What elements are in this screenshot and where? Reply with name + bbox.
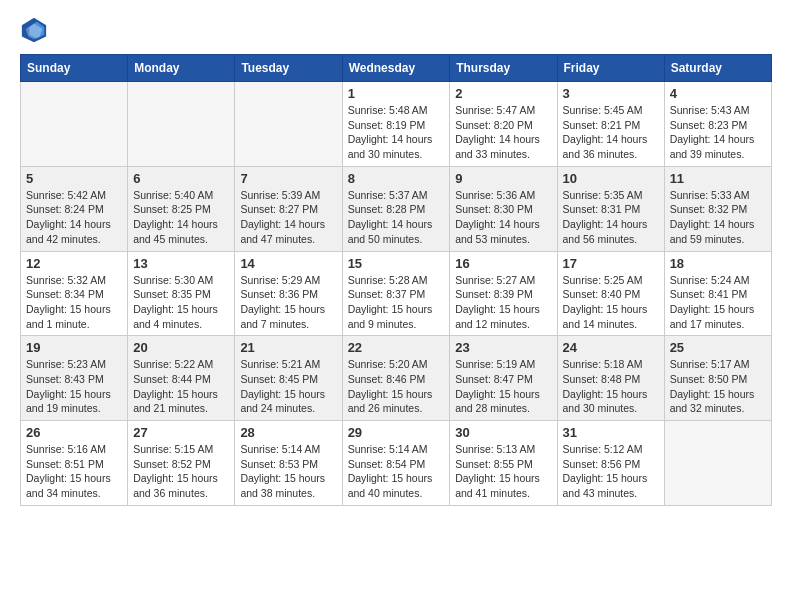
day-number: 16 — [455, 256, 551, 271]
calendar-cell: 31Sunrise: 5:12 AMSunset: 8:56 PMDayligh… — [557, 421, 664, 506]
calendar-week-3: 12Sunrise: 5:32 AMSunset: 8:34 PMDayligh… — [21, 251, 772, 336]
day-number: 4 — [670, 86, 766, 101]
day-info: Sunrise: 5:21 AMSunset: 8:45 PMDaylight:… — [240, 357, 336, 416]
day-info: Sunrise: 5:48 AMSunset: 8:19 PMDaylight:… — [348, 103, 445, 162]
calendar-cell: 2Sunrise: 5:47 AMSunset: 8:20 PMDaylight… — [450, 82, 557, 167]
day-info: Sunrise: 5:40 AMSunset: 8:25 PMDaylight:… — [133, 188, 229, 247]
calendar-cell: 28Sunrise: 5:14 AMSunset: 8:53 PMDayligh… — [235, 421, 342, 506]
calendar-cell: 16Sunrise: 5:27 AMSunset: 8:39 PMDayligh… — [450, 251, 557, 336]
calendar-cell: 26Sunrise: 5:16 AMSunset: 8:51 PMDayligh… — [21, 421, 128, 506]
weekday-header-sunday: Sunday — [21, 55, 128, 82]
day-info: Sunrise: 5:37 AMSunset: 8:28 PMDaylight:… — [348, 188, 445, 247]
day-number: 7 — [240, 171, 336, 186]
day-number: 5 — [26, 171, 122, 186]
logo-icon — [20, 16, 48, 44]
calendar-cell: 14Sunrise: 5:29 AMSunset: 8:36 PMDayligh… — [235, 251, 342, 336]
calendar-week-2: 5Sunrise: 5:42 AMSunset: 8:24 PMDaylight… — [21, 166, 772, 251]
day-info: Sunrise: 5:39 AMSunset: 8:27 PMDaylight:… — [240, 188, 336, 247]
day-number: 2 — [455, 86, 551, 101]
day-number: 10 — [563, 171, 659, 186]
day-info: Sunrise: 5:14 AMSunset: 8:54 PMDaylight:… — [348, 442, 445, 501]
calendar-week-5: 26Sunrise: 5:16 AMSunset: 8:51 PMDayligh… — [21, 421, 772, 506]
calendar-cell: 30Sunrise: 5:13 AMSunset: 8:55 PMDayligh… — [450, 421, 557, 506]
day-info: Sunrise: 5:24 AMSunset: 8:41 PMDaylight:… — [670, 273, 766, 332]
day-info: Sunrise: 5:47 AMSunset: 8:20 PMDaylight:… — [455, 103, 551, 162]
calendar-week-4: 19Sunrise: 5:23 AMSunset: 8:43 PMDayligh… — [21, 336, 772, 421]
weekday-header-thursday: Thursday — [450, 55, 557, 82]
weekday-header-row: SundayMondayTuesdayWednesdayThursdayFrid… — [21, 55, 772, 82]
calendar-cell: 15Sunrise: 5:28 AMSunset: 8:37 PMDayligh… — [342, 251, 450, 336]
weekday-header-monday: Monday — [128, 55, 235, 82]
calendar-cell: 1Sunrise: 5:48 AMSunset: 8:19 PMDaylight… — [342, 82, 450, 167]
day-info: Sunrise: 5:25 AMSunset: 8:40 PMDaylight:… — [563, 273, 659, 332]
day-info: Sunrise: 5:28 AMSunset: 8:37 PMDaylight:… — [348, 273, 445, 332]
day-number: 31 — [563, 425, 659, 440]
calendar-cell — [21, 82, 128, 167]
calendar-cell: 17Sunrise: 5:25 AMSunset: 8:40 PMDayligh… — [557, 251, 664, 336]
calendar-cell: 11Sunrise: 5:33 AMSunset: 8:32 PMDayligh… — [664, 166, 771, 251]
day-number: 24 — [563, 340, 659, 355]
calendar-cell: 8Sunrise: 5:37 AMSunset: 8:28 PMDaylight… — [342, 166, 450, 251]
day-info: Sunrise: 5:32 AMSunset: 8:34 PMDaylight:… — [26, 273, 122, 332]
day-info: Sunrise: 5:12 AMSunset: 8:56 PMDaylight:… — [563, 442, 659, 501]
day-number: 21 — [240, 340, 336, 355]
day-number: 26 — [26, 425, 122, 440]
calendar-cell — [235, 82, 342, 167]
day-number: 27 — [133, 425, 229, 440]
day-number: 28 — [240, 425, 336, 440]
weekday-header-wednesday: Wednesday — [342, 55, 450, 82]
calendar-cell: 23Sunrise: 5:19 AMSunset: 8:47 PMDayligh… — [450, 336, 557, 421]
calendar-cell — [128, 82, 235, 167]
day-info: Sunrise: 5:13 AMSunset: 8:55 PMDaylight:… — [455, 442, 551, 501]
calendar-cell: 7Sunrise: 5:39 AMSunset: 8:27 PMDaylight… — [235, 166, 342, 251]
day-info: Sunrise: 5:36 AMSunset: 8:30 PMDaylight:… — [455, 188, 551, 247]
calendar-cell: 25Sunrise: 5:17 AMSunset: 8:50 PMDayligh… — [664, 336, 771, 421]
day-number: 14 — [240, 256, 336, 271]
day-info: Sunrise: 5:35 AMSunset: 8:31 PMDaylight:… — [563, 188, 659, 247]
day-number: 19 — [26, 340, 122, 355]
weekday-header-tuesday: Tuesday — [235, 55, 342, 82]
calendar-cell: 27Sunrise: 5:15 AMSunset: 8:52 PMDayligh… — [128, 421, 235, 506]
logo — [20, 16, 52, 44]
day-number: 30 — [455, 425, 551, 440]
day-number: 9 — [455, 171, 551, 186]
day-info: Sunrise: 5:15 AMSunset: 8:52 PMDaylight:… — [133, 442, 229, 501]
day-number: 18 — [670, 256, 766, 271]
calendar-cell: 3Sunrise: 5:45 AMSunset: 8:21 PMDaylight… — [557, 82, 664, 167]
calendar-cell: 24Sunrise: 5:18 AMSunset: 8:48 PMDayligh… — [557, 336, 664, 421]
weekday-header-saturday: Saturday — [664, 55, 771, 82]
day-info: Sunrise: 5:23 AMSunset: 8:43 PMDaylight:… — [26, 357, 122, 416]
calendar-cell: 5Sunrise: 5:42 AMSunset: 8:24 PMDaylight… — [21, 166, 128, 251]
day-number: 11 — [670, 171, 766, 186]
calendar-cell: 4Sunrise: 5:43 AMSunset: 8:23 PMDaylight… — [664, 82, 771, 167]
calendar-cell: 9Sunrise: 5:36 AMSunset: 8:30 PMDaylight… — [450, 166, 557, 251]
calendar-cell: 22Sunrise: 5:20 AMSunset: 8:46 PMDayligh… — [342, 336, 450, 421]
page-header — [20, 16, 772, 44]
calendar-cell — [664, 421, 771, 506]
calendar-cell: 10Sunrise: 5:35 AMSunset: 8:31 PMDayligh… — [557, 166, 664, 251]
day-number: 15 — [348, 256, 445, 271]
calendar-cell: 29Sunrise: 5:14 AMSunset: 8:54 PMDayligh… — [342, 421, 450, 506]
day-number: 20 — [133, 340, 229, 355]
calendar-cell: 20Sunrise: 5:22 AMSunset: 8:44 PMDayligh… — [128, 336, 235, 421]
day-number: 29 — [348, 425, 445, 440]
day-info: Sunrise: 5:42 AMSunset: 8:24 PMDaylight:… — [26, 188, 122, 247]
day-number: 22 — [348, 340, 445, 355]
day-info: Sunrise: 5:43 AMSunset: 8:23 PMDaylight:… — [670, 103, 766, 162]
day-info: Sunrise: 5:30 AMSunset: 8:35 PMDaylight:… — [133, 273, 229, 332]
day-info: Sunrise: 5:33 AMSunset: 8:32 PMDaylight:… — [670, 188, 766, 247]
day-info: Sunrise: 5:22 AMSunset: 8:44 PMDaylight:… — [133, 357, 229, 416]
day-info: Sunrise: 5:18 AMSunset: 8:48 PMDaylight:… — [563, 357, 659, 416]
calendar-cell: 21Sunrise: 5:21 AMSunset: 8:45 PMDayligh… — [235, 336, 342, 421]
calendar-cell: 12Sunrise: 5:32 AMSunset: 8:34 PMDayligh… — [21, 251, 128, 336]
day-number: 8 — [348, 171, 445, 186]
calendar-table: SundayMondayTuesdayWednesdayThursdayFrid… — [20, 54, 772, 506]
day-number: 17 — [563, 256, 659, 271]
day-info: Sunrise: 5:17 AMSunset: 8:50 PMDaylight:… — [670, 357, 766, 416]
day-info: Sunrise: 5:14 AMSunset: 8:53 PMDaylight:… — [240, 442, 336, 501]
day-info: Sunrise: 5:20 AMSunset: 8:46 PMDaylight:… — [348, 357, 445, 416]
calendar-cell: 18Sunrise: 5:24 AMSunset: 8:41 PMDayligh… — [664, 251, 771, 336]
day-number: 1 — [348, 86, 445, 101]
day-info: Sunrise: 5:16 AMSunset: 8:51 PMDaylight:… — [26, 442, 122, 501]
calendar-week-1: 1Sunrise: 5:48 AMSunset: 8:19 PMDaylight… — [21, 82, 772, 167]
